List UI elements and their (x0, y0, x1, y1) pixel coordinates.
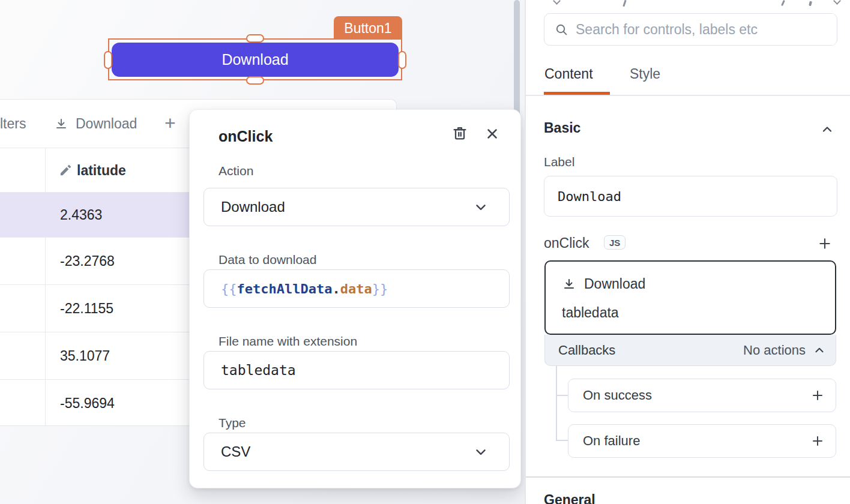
action-label: Action (219, 164, 253, 178)
plus-icon (817, 236, 833, 251)
filename-label: File name with extension (219, 334, 357, 349)
on-failure-row[interactable]: On failure (568, 424, 836, 458)
table-download-button[interactable]: Download (54, 100, 137, 148)
on-success-label: On success (583, 388, 652, 403)
resize-handle-left[interactable] (104, 51, 112, 69)
table-filters-button[interactable]: lters (0, 100, 26, 148)
app-root: lters Download + latitude 2.4363 -23.276… (0, 0, 850, 504)
data-to-download-label: Data to download (219, 253, 316, 267)
plus-icon (810, 388, 825, 403)
table-download-label: Download (76, 116, 137, 132)
tab-bar-divider (526, 95, 850, 96)
resize-handle-top[interactable] (246, 34, 264, 43)
action-card-title: Download (584, 276, 645, 292)
chevron-down-icon (473, 444, 489, 460)
cell-latitude: -55.9694 (60, 395, 115, 412)
type-select[interactable]: CSV (203, 433, 510, 471)
clipped-text-fragment (553, 0, 561, 5)
clipped-text-fragment (622, 0, 626, 7)
download-icon (54, 117, 68, 131)
table-add-column-button[interactable]: + (164, 100, 176, 147)
type-label: Type (219, 416, 246, 430)
type-select-value: CSV (221, 443, 250, 460)
cell-latitude: 2.4363 (60, 207, 102, 223)
on-failure-label: On failure (583, 433, 640, 449)
label-field-label: Label (544, 155, 574, 169)
onclick-property-label: onClick (544, 235, 589, 251)
callbacks-status: No actions (743, 343, 806, 358)
search-icon (555, 23, 569, 37)
close-icon (484, 126, 500, 142)
cell-latitude: 35.1077 (60, 348, 110, 364)
resize-handle-bottom[interactable] (246, 76, 264, 85)
column-header-latitude[interactable]: latitude (77, 148, 126, 193)
tab-style[interactable]: Style (630, 66, 660, 82)
resize-handle-right[interactable] (398, 51, 406, 69)
search-box (544, 13, 837, 46)
chevron-up-icon (813, 344, 826, 357)
delete-action-button[interactable] (451, 125, 468, 142)
clipped-text-fragment (781, 0, 785, 6)
callback-tree-elbow (556, 440, 568, 441)
code-brace-close: }} (372, 281, 388, 296)
widget-name-tag[interactable]: Button1 (334, 16, 402, 39)
property-pane: Content Style Basic Label onClick JS Dow… (525, 0, 850, 504)
action-select[interactable]: Download (203, 188, 510, 226)
action-card-subtitle: tabledata (562, 305, 619, 321)
cell-latitude: -22.1155 (60, 301, 113, 317)
add-failure-callback-button[interactable] (810, 434, 825, 448)
download-icon (562, 277, 576, 292)
clipped-text-fragment (809, 1, 812, 7)
js-toggle-badge[interactable]: JS (604, 235, 625, 250)
code-dot: . (332, 281, 340, 296)
clipped-text-fragment (833, 0, 841, 5)
action-select-value: Download (221, 199, 285, 215)
code-identifier: fetchAllData (237, 281, 333, 296)
chevron-up-icon[interactable] (820, 122, 834, 137)
label-input[interactable] (544, 176, 837, 217)
code-property: data (340, 281, 372, 296)
section-divider (526, 476, 850, 478)
tab-content[interactable]: Content (544, 66, 593, 82)
pencil-icon (59, 163, 73, 177)
add-action-button[interactable] (817, 236, 833, 251)
trash-icon (451, 125, 468, 142)
data-to-download-input[interactable]: {{fetchAllData.data}} (203, 269, 510, 308)
close-button[interactable] (484, 126, 500, 142)
selection-outline (108, 38, 402, 80)
callbacks-toggle[interactable]: Callbacks No actions (544, 335, 836, 366)
code-brace-open: {{ (221, 281, 237, 296)
plus-icon (810, 434, 825, 448)
callbacks-label: Callbacks (558, 343, 615, 358)
filename-input[interactable] (203, 351, 510, 389)
cell-latitude: -23.2768 (60, 253, 115, 269)
add-success-callback-button[interactable] (810, 388, 825, 403)
callback-tree-elbow (556, 395, 568, 396)
chevron-down-icon (473, 199, 489, 215)
general-section-title: General (544, 492, 595, 504)
basic-section-title: Basic (544, 120, 580, 136)
onclick-action-card[interactable]: Download tabledata (544, 260, 836, 335)
search-input[interactable] (576, 14, 834, 45)
on-success-row[interactable]: On success (568, 379, 836, 412)
popup-title: onClick (219, 128, 273, 145)
callback-tree-line (556, 366, 557, 441)
onclick-popup: onClick Action Download Data to download… (189, 109, 521, 488)
